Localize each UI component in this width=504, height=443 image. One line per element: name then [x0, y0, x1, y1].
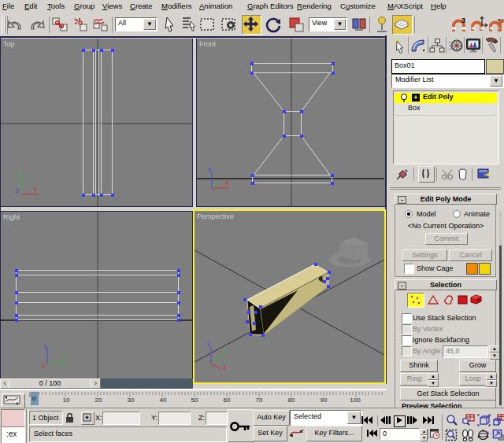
svg-text:40: 40	[160, 397, 167, 404]
svg-text:x: x	[34, 185, 38, 193]
svg-text:x: x	[42, 361, 46, 369]
svg-text:y: y	[213, 180, 217, 188]
svg-text:y: y	[223, 348, 227, 356]
svg-text:10: 10	[63, 397, 70, 404]
svg-text:80: 80	[288, 397, 295, 404]
svg-text:100: 100	[350, 397, 361, 404]
svg-text:y: y	[61, 355, 65, 363]
svg-text:y: y	[18, 169, 22, 177]
svg-text:60: 60	[224, 397, 231, 404]
svg-text:z: z	[43, 342, 47, 350]
svg-text:z: z	[16, 186, 20, 194]
svg-text:90: 90	[321, 397, 328, 404]
svg-text:50: 50	[191, 397, 198, 404]
svg-text:30: 30	[128, 397, 135, 404]
svg-text:20: 20	[95, 397, 102, 404]
svg-text:z: z	[208, 166, 212, 174]
svg-text:z: z	[207, 340, 211, 348]
svg-text:0: 0	[32, 395, 36, 402]
svg-text:x: x	[225, 179, 229, 186]
svg-text:x: x	[223, 364, 227, 371]
svg-text:3: 3	[461, 17, 465, 24]
svg-text:70: 70	[256, 397, 263, 404]
